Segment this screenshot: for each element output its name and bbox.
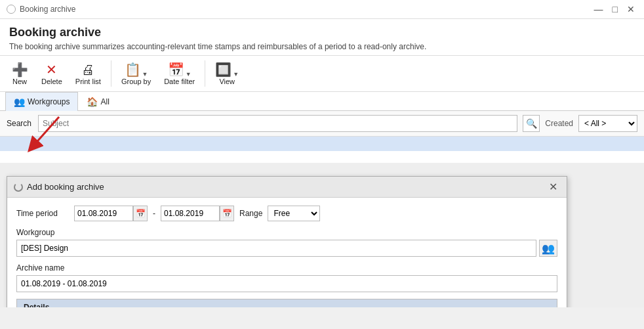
dialog-spinner-icon: [14, 183, 23, 192]
date-arrow-icon: ▼: [186, 71, 191, 77]
separator-2: [205, 60, 205, 87]
group-arrow-icon: ▼: [142, 71, 148, 77]
date-from-picker-button[interactable]: 📅: [133, 206, 148, 221]
date-icon: 📅: [168, 62, 184, 77]
group-inner: 📋 ▼: [125, 62, 148, 77]
workgroup-section: Workgroup 👥: [16, 228, 557, 257]
time-period-row: Time period 📅 - 📅 Range: [16, 206, 557, 221]
view-button[interactable]: 🔲 ▼ View: [209, 58, 245, 89]
all-tab-label: All: [100, 97, 109, 106]
tab-bar: 👥 Workgroups 🏠 All: [0, 92, 644, 111]
date-filter-button[interactable]: 📅 ▼ Date filter: [158, 58, 201, 89]
group-label: Group by: [121, 77, 151, 85]
date-label: Date filter: [164, 77, 195, 85]
date-from-input[interactable]: [74, 206, 133, 221]
dialog-titlebar: Add booking archive ✕: [7, 177, 567, 198]
all-tab-icon: 🏠: [87, 97, 98, 107]
dialog-overlay: Add booking archive ✕ Time period 📅 -: [0, 163, 644, 307]
separator-1: [111, 60, 111, 87]
view-inner: 🔲 ▼: [215, 62, 239, 77]
group-icon: 📋: [125, 62, 141, 77]
workgroup-input[interactable]: [16, 240, 536, 257]
archive-name-label: Archive name: [16, 263, 557, 273]
title-bar-left: Booking archive: [7, 5, 75, 14]
tab-all[interactable]: 🏠 All: [78, 92, 117, 111]
view-arrow-icon: ▼: [233, 71, 239, 77]
search-label: Search: [7, 119, 33, 128]
delete-label: Delete: [41, 77, 62, 85]
main-content: Add booking archive ✕ Time period 📅 -: [0, 137, 644, 307]
workgroup-label: Workgroup: [16, 228, 557, 237]
details-header: Details: [17, 299, 557, 307]
created-select[interactable]: < All > Today This week This month: [578, 115, 637, 132]
minimize-icon[interactable]: —: [592, 4, 606, 14]
tab-workgroups[interactable]: 👥 Workgroups: [5, 92, 78, 111]
delete-button[interactable]: ✕ Delete: [35, 58, 68, 89]
calendar-to-icon: 📅: [222, 209, 232, 218]
close-icon[interactable]: ✕: [624, 4, 637, 14]
view-icon: 🔲: [215, 62, 231, 77]
search-bar: Search 🔍 Created < All > Today This week…: [0, 111, 644, 137]
dialog-title: Add booking archive: [27, 182, 104, 192]
new-label: New: [12, 77, 27, 85]
maximize-icon[interactable]: □: [610, 4, 620, 14]
dialog-close-button[interactable]: ✕: [546, 181, 560, 193]
archive-name-input[interactable]: [16, 275, 557, 292]
search-button[interactable]: 🔍: [523, 115, 540, 132]
title-bar-controls[interactable]: — □ ✕: [592, 4, 637, 14]
print-label: Print list: [75, 77, 101, 85]
workgroup-row: 👥: [16, 240, 557, 257]
details-section: Details Records to be archived: Timestam…: [16, 299, 557, 307]
new-icon: ➕: [12, 62, 28, 77]
title-bar: Booking archive — □ ✕: [0, 0, 644, 19]
workgroup-people-icon: 👥: [542, 242, 555, 255]
view-label: View: [219, 77, 235, 85]
app-icon: [7, 5, 16, 14]
range-label: Range: [239, 209, 262, 218]
dialog-body: Time period 📅 - 📅 Range: [7, 198, 567, 307]
date-to-picker-button[interactable]: 📅: [220, 206, 234, 221]
delete-icon: ✕: [46, 62, 57, 77]
title-bar-text: Booking archive: [20, 5, 75, 14]
print-button[interactable]: 🖨 Print list: [70, 58, 107, 89]
list-header: [0, 137, 644, 151]
date-to-input[interactable]: [161, 206, 220, 221]
search-icon: 🔍: [526, 118, 537, 129]
date-inner: 📅 ▼: [168, 62, 191, 77]
range-select[interactable]: Free Day Week Month: [268, 206, 320, 221]
date-from-group: 📅: [74, 206, 148, 221]
print-icon: 🖨: [81, 62, 94, 77]
time-period-label: Time period: [16, 209, 69, 218]
add-booking-dialog: Add booking archive ✕ Time period 📅 -: [7, 176, 567, 307]
dialog-title-left: Add booking archive: [14, 182, 104, 192]
page-header: Booking archive The booking archive summ…: [0, 19, 644, 56]
toolbar: ➕ New ✕ Delete 🖨 Print list 📋 ▼ Group by…: [0, 56, 644, 92]
new-button[interactable]: ➕ New: [5, 58, 34, 89]
search-input[interactable]: [38, 115, 517, 132]
group-button[interactable]: 📋 ▼ Group by: [115, 58, 157, 89]
date-to-group: 📅: [161, 206, 234, 221]
workgroup-select-button[interactable]: 👥: [539, 240, 557, 257]
workgroups-tab-label: Workgroups: [28, 97, 70, 106]
page-title: Booking archive: [9, 26, 635, 39]
calendar-from-icon: 📅: [136, 209, 146, 218]
archive-name-section: Archive name: [16, 263, 557, 292]
created-label: Created: [545, 119, 573, 128]
page-subtitle: The booking archive summarizes accountin…: [9, 42, 635, 51]
workgroups-tab-icon: 👥: [14, 97, 25, 107]
date-dash: -: [153, 209, 155, 218]
